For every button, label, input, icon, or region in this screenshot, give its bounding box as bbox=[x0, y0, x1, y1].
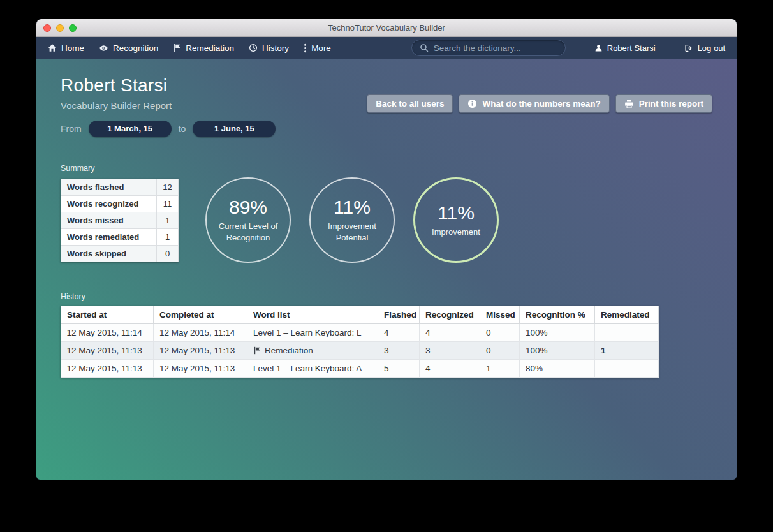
print-button-label: Print this report bbox=[639, 99, 703, 108]
user-name: Robert Starsi bbox=[607, 43, 656, 53]
page-header-left: Robert Starsi Vocabulary Builder Report … bbox=[61, 75, 276, 137]
word-list-text: Remediation bbox=[265, 346, 313, 355]
logout-button[interactable]: Log out bbox=[684, 43, 725, 53]
page-title: Robert Starsi bbox=[61, 75, 276, 96]
report-page: Robert Starsi Vocabulary Builder Report … bbox=[36, 59, 737, 480]
summary-row-value: 11 bbox=[157, 195, 179, 212]
summary-row-value: 0 bbox=[157, 245, 179, 262]
cell-recognized: 4 bbox=[420, 324, 480, 342]
cell-recognition: 100% bbox=[520, 324, 595, 342]
back-to-users-button[interactable]: Back to all users bbox=[367, 94, 453, 113]
summary-row: Words skipped 0 bbox=[61, 245, 179, 262]
cell-flashed: 5 bbox=[378, 360, 420, 378]
main-nav: Home Recognition Remediation History Mor… bbox=[36, 37, 737, 59]
cell-word-list: Level 1 – Learn Keyboard: L bbox=[247, 324, 378, 342]
home-icon bbox=[48, 43, 57, 52]
summary-row-value: 1 bbox=[157, 228, 179, 245]
cell-flashed: 4 bbox=[378, 324, 420, 342]
cell-started-at: 12 May 2015, 11:13 bbox=[61, 342, 154, 360]
date-range: From 1 March, 15 to 1 June, 15 bbox=[61, 121, 276, 137]
nav-label: Remediation bbox=[186, 43, 234, 53]
column-header-remediated: Remediated bbox=[595, 306, 659, 324]
minimize-window-button[interactable] bbox=[56, 24, 64, 32]
summary-row-label: Words recognized bbox=[61, 195, 157, 212]
column-header-started-at: Started at bbox=[61, 306, 154, 324]
cell-missed: 0 bbox=[480, 342, 520, 360]
numbers-info-button[interactable]: What do the numbers mean? bbox=[459, 94, 609, 113]
date-to-button[interactable]: 1 June, 15 bbox=[193, 121, 276, 137]
cell-recognized: 3 bbox=[420, 342, 480, 360]
summary-body: Words flashed 12 Words recognized 11 Wor… bbox=[61, 177, 712, 263]
column-header-recognition: Recognition % bbox=[520, 306, 595, 324]
column-header-completed-at: Completed at bbox=[154, 306, 247, 324]
app-window: TechnoTutor Vocabulary Builder Home Reco… bbox=[36, 19, 737, 480]
column-header-missed: Missed bbox=[480, 306, 520, 324]
summary-row: Words recognized 11 bbox=[61, 195, 179, 212]
cell-completed-at: 12 May 2015, 11:14 bbox=[154, 324, 247, 342]
stat-label: Improvement Potential bbox=[315, 221, 389, 243]
summary-table: Words flashed 12 Words recognized 11 Wor… bbox=[61, 179, 179, 262]
search-input[interactable] bbox=[434, 43, 557, 53]
stat-value: 11% bbox=[438, 202, 475, 224]
cell-started-at: 12 May 2015, 11:13 bbox=[61, 360, 154, 378]
more-icon bbox=[304, 43, 307, 53]
summary-row-label: Words missed bbox=[61, 212, 157, 228]
cell-remediated: 1 bbox=[595, 342, 659, 360]
nav-label: History bbox=[262, 43, 289, 53]
nav-item-history[interactable]: History bbox=[249, 43, 289, 53]
history-header-row: Started at Completed at Word list Flashe… bbox=[61, 306, 659, 324]
search-icon bbox=[420, 43, 429, 52]
user-menu[interactable]: Robert Starsi bbox=[594, 43, 656, 53]
user-icon bbox=[594, 44, 603, 52]
nav-item-recognition[interactable]: Recognition bbox=[99, 43, 158, 53]
zoom-window-button[interactable] bbox=[69, 24, 77, 32]
stat-label: Current Level of Recognition bbox=[211, 221, 285, 243]
clock-icon bbox=[249, 43, 258, 52]
close-window-button[interactable] bbox=[43, 24, 51, 32]
summary-section: Summary Words flashed 12 Words recognize… bbox=[61, 164, 712, 263]
cell-flashed: 3 bbox=[378, 342, 420, 360]
logout-icon bbox=[684, 44, 693, 52]
nav-item-home[interactable]: Home bbox=[48, 43, 84, 53]
history-section: History Started at Completed at Word lis… bbox=[61, 292, 712, 378]
history-heading: History bbox=[61, 292, 712, 301]
logout-label: Log out bbox=[698, 43, 725, 53]
cell-word-list: Remediation bbox=[247, 342, 378, 360]
titlebar[interactable]: TechnoTutor Vocabulary Builder bbox=[36, 19, 737, 37]
summary-row-value: 12 bbox=[157, 179, 179, 195]
cell-started-at: 12 May 2015, 11:14 bbox=[61, 324, 154, 342]
summary-heading: Summary bbox=[61, 164, 712, 173]
cell-remediated bbox=[595, 324, 659, 342]
column-header-word-list: Word list bbox=[247, 306, 378, 324]
flag-icon bbox=[253, 346, 261, 355]
cell-remediated bbox=[595, 360, 659, 378]
nav-item-more[interactable]: More bbox=[304, 43, 331, 53]
cell-recognized: 4 bbox=[420, 360, 480, 378]
stat-circle-improvement: 11% Improvement bbox=[413, 177, 499, 263]
info-icon bbox=[467, 99, 477, 108]
summary-row: Words flashed 12 bbox=[61, 179, 179, 195]
back-button-label: Back to all users bbox=[376, 99, 444, 108]
nav-label: More bbox=[311, 43, 331, 53]
cell-word-list: Level 1 – Learn Keyboard: A bbox=[247, 360, 378, 378]
stat-circle-recognition: 89% Current Level of Recognition bbox=[205, 177, 291, 263]
summary-row-value: 1 bbox=[157, 212, 179, 228]
history-row: 12 May 2015, 11:13 12 May 2015, 11:13 Le… bbox=[61, 360, 659, 378]
date-from-label: From bbox=[61, 124, 82, 134]
printer-icon bbox=[624, 100, 634, 108]
stat-label: Improvement bbox=[432, 226, 480, 238]
cell-completed-at: 12 May 2015, 11:13 bbox=[154, 342, 247, 360]
print-report-button[interactable]: Print this report bbox=[615, 94, 712, 113]
date-from-button[interactable]: 1 March, 15 bbox=[89, 121, 172, 137]
cell-completed-at: 12 May 2015, 11:13 bbox=[154, 360, 247, 378]
stat-circles: 89% Current Level of Recognition 11% Imp… bbox=[205, 177, 499, 263]
stat-circle-improvement-potential: 11% Improvement Potential bbox=[309, 177, 395, 263]
stat-value: 11% bbox=[334, 196, 371, 218]
summary-row-label: Words flashed bbox=[61, 179, 157, 195]
nav-item-remediation[interactable]: Remediation bbox=[173, 43, 234, 53]
summary-row: Words missed 1 bbox=[61, 212, 179, 228]
window-title: TechnoTutor Vocabulary Builder bbox=[328, 23, 445, 33]
history-row: 12 May 2015, 11:14 12 May 2015, 11:14 Le… bbox=[61, 324, 659, 342]
cell-recognition: 80% bbox=[520, 360, 595, 378]
eye-icon bbox=[99, 43, 108, 53]
